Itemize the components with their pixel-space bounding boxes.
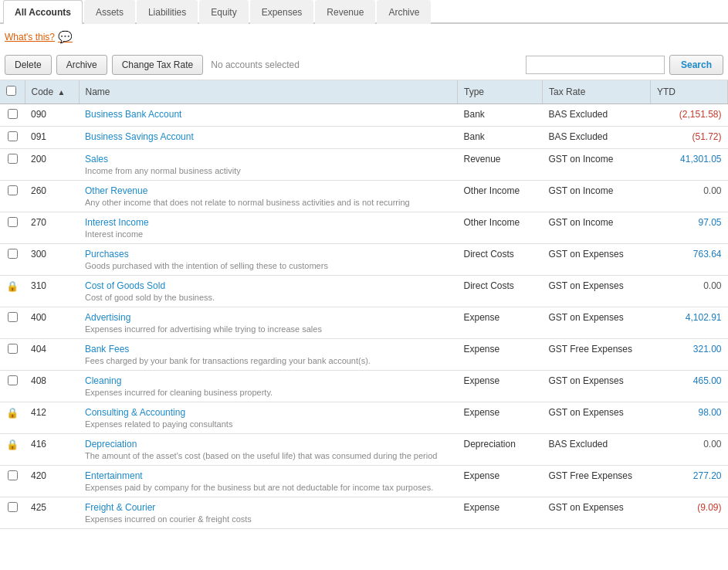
row-checkbox[interactable] — [8, 131, 18, 141]
account-type: Expense — [458, 497, 543, 529]
table-row: 091Business Savings AccountBankBAS Exclu… — [0, 127, 728, 149]
account-type: Bank — [458, 127, 543, 149]
account-type: Other Income — [458, 181, 543, 212]
search-input[interactable] — [526, 56, 665, 74]
lock-icon: 🔒 — [6, 407, 19, 419]
account-desc: Expenses incurred for advertising while … — [85, 324, 452, 334]
account-ytd: 321.00 — [651, 339, 728, 371]
account-type: Depreciation — [458, 434, 543, 466]
row-checkbox[interactable] — [8, 312, 18, 322]
account-type: Expense — [458, 466, 543, 497]
account-ytd: (2,151.58) — [651, 104, 728, 127]
whats-this-link[interactable]: What's this? 💬 — [0, 24, 728, 50]
account-name-link[interactable]: Other Revenue — [85, 185, 147, 196]
sort-arrow-icon: ▲ — [58, 88, 66, 97]
account-name-link[interactable]: Entertainment — [85, 470, 143, 481]
archive-button[interactable]: Archive — [56, 55, 107, 75]
account-code: 090 — [25, 104, 79, 127]
account-desc: The amount of the asset's cost (based on… — [85, 451, 452, 460]
account-tax-rate: BAS Excluded — [543, 127, 651, 149]
account-type: Revenue — [458, 149, 543, 181]
search-button[interactable]: Search — [669, 55, 723, 75]
toolbar: Delete Archive Change Tax Rate No accoun… — [0, 50, 728, 80]
account-tax-rate: GST on Expenses — [543, 402, 651, 434]
code-column-header[interactable]: Code ▲ — [25, 80, 79, 104]
account-tax-rate: GST on Expenses — [543, 307, 651, 339]
account-code: 420 — [25, 466, 79, 497]
account-tax-rate: GST on Expenses — [543, 497, 651, 529]
account-tax-rate: BAS Excluded — [543, 104, 651, 127]
row-checkbox[interactable] — [8, 375, 18, 385]
account-desc: Interest income — [85, 229, 452, 239]
row-checkbox[interactable] — [8, 185, 18, 195]
type-column-header[interactable]: Type — [458, 80, 543, 104]
account-ytd: 97.05 — [651, 212, 728, 244]
account-type: Expense — [458, 402, 543, 434]
account-name-link[interactable]: Bank Fees — [85, 344, 129, 355]
account-type: Direct Costs — [458, 244, 543, 276]
account-desc: Goods purchased with the intention of se… — [85, 261, 452, 270]
tab-archive[interactable]: Archive — [377, 0, 431, 24]
account-tax-rate: GST on Income — [543, 212, 651, 244]
account-ytd: 41,301.05 — [651, 149, 728, 181]
tab-assets[interactable]: Assets — [84, 0, 135, 24]
account-code: 416 — [25, 434, 79, 466]
account-tax-rate: GST on Income — [543, 149, 651, 181]
tab-liabilities[interactable]: Liabilities — [137, 0, 198, 24]
account-tax-rate: GST on Expenses — [543, 276, 651, 307]
row-checkbox[interactable] — [8, 154, 18, 164]
account-desc: Expenses related to paying consultants — [85, 419, 452, 429]
account-ytd: 4,102.91 — [651, 307, 728, 339]
account-name-link[interactable]: Consulting & Accounting — [85, 407, 185, 418]
help-icon: 💬 — [58, 30, 73, 44]
tab-expenses[interactable]: Expenses — [250, 0, 314, 24]
table-row: 408CleaningExpenses incurred for cleanin… — [0, 371, 728, 402]
account-ytd: (51.72) — [651, 127, 728, 149]
row-checkbox[interactable] — [8, 470, 18, 480]
account-code: 408 — [25, 371, 79, 402]
account-tax-rate: GST Free Expenses — [543, 466, 651, 497]
account-name-link[interactable]: Cost of Goods Sold — [85, 280, 165, 291]
change-tax-rate-button[interactable]: Change Tax Rate — [112, 55, 204, 75]
row-checkbox[interactable] — [8, 502, 18, 512]
table-row: 🔒412Consulting & AccountingExpenses rela… — [0, 402, 728, 434]
table-row: 420EntertainmentExpenses paid by company… — [0, 466, 728, 497]
account-name-link[interactable]: Business Savings Account — [85, 131, 194, 142]
account-desc: Expenses paid by company for the busines… — [85, 483, 452, 492]
delete-button[interactable]: Delete — [5, 55, 52, 75]
account-ytd: 0.00 — [651, 181, 728, 212]
account-tax-rate: GST on Income — [543, 181, 651, 212]
ytd-column-header[interactable]: YTD — [651, 80, 728, 104]
account-name-link[interactable]: Cleaning — [85, 375, 121, 386]
table-row: 🔒416DepreciationThe amount of the asset'… — [0, 434, 728, 466]
select-all-checkbox[interactable] — [6, 86, 16, 96]
table-row: 🔒310Cost of Goods SoldCost of good sold … — [0, 276, 728, 307]
account-type: Expense — [458, 371, 543, 402]
account-code: 200 — [25, 149, 79, 181]
account-name-link[interactable]: Business Bank Account — [85, 109, 181, 120]
account-name-link[interactable]: Freight & Courier — [85, 502, 155, 513]
account-name-link[interactable]: Purchases — [85, 249, 129, 260]
account-code: 091 — [25, 127, 79, 149]
account-code: 310 — [25, 276, 79, 307]
account-tax-rate: BAS Excluded — [543, 434, 651, 466]
account-name-link[interactable]: Sales — [85, 154, 108, 165]
tab-revenue[interactable]: Revenue — [315, 0, 375, 24]
account-code: 270 — [25, 212, 79, 244]
account-code: 300 — [25, 244, 79, 276]
lock-icon: 🔒 — [6, 280, 19, 292]
account-name-link[interactable]: Advertising — [85, 312, 130, 323]
tab-all-accounts[interactable]: All Accounts — [3, 0, 83, 24]
account-type: Bank — [458, 104, 543, 127]
tab-equity[interactable]: Equity — [199, 0, 248, 24]
row-checkbox[interactable] — [8, 344, 18, 354]
account-name-link[interactable]: Depreciation — [85, 439, 137, 450]
account-name-link[interactable]: Interest Income — [85, 217, 149, 228]
taxrate-column-header[interactable]: Tax Rate — [543, 80, 651, 104]
account-code: 404 — [25, 339, 79, 371]
row-checkbox[interactable] — [8, 217, 18, 227]
name-column-header[interactable]: Name — [79, 80, 458, 104]
row-checkbox[interactable] — [8, 109, 18, 119]
row-checkbox[interactable] — [8, 249, 18, 259]
account-desc: Cost of good sold by the business. — [85, 293, 452, 302]
